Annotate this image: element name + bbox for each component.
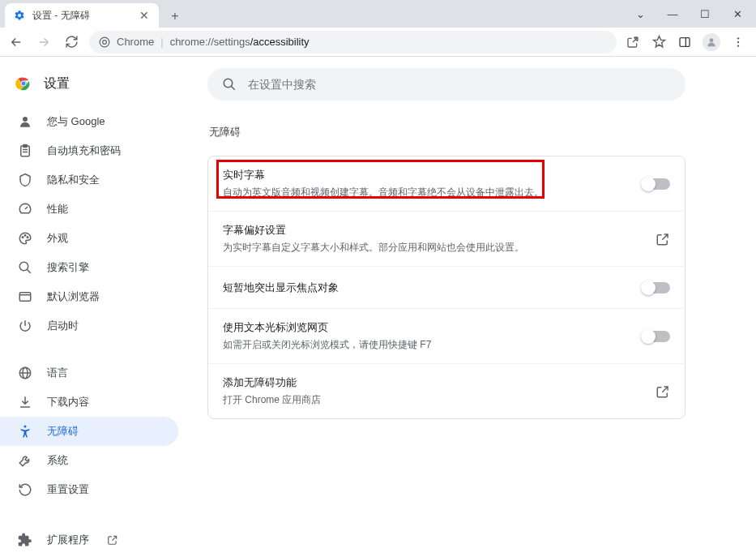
omnibox[interactable]: Chrome | chrome://settings/accessibility: [89, 31, 617, 54]
sidebar-item-privacy[interactable]: 隐私和安全: [0, 165, 178, 195]
sidebar-item-reset[interactable]: 重置设置: [0, 475, 178, 504]
browser-window-icon: [18, 289, 32, 304]
svg-line-34: [231, 86, 235, 90]
svg-point-1: [103, 40, 107, 44]
row-focus-highlight[interactable]: 短暂地突出显示焦点对象: [208, 267, 685, 309]
new-tab-button[interactable]: +: [164, 5, 186, 28]
external-link-icon: [107, 534, 118, 546]
forward-button[interactable]: [34, 32, 53, 52]
globe-icon: [18, 366, 32, 380]
sidebar-item-default-browser[interactable]: 默认浏览器: [0, 282, 178, 311]
sidebar-title: 设置: [44, 75, 70, 92]
svg-point-18: [24, 235, 26, 237]
wrench-icon: [18, 453, 32, 468]
sidebar-item-accessibility[interactable]: 无障碍: [0, 417, 178, 446]
close-window-icon[interactable]: ✕: [728, 8, 746, 20]
reload-button[interactable]: [62, 32, 81, 52]
share-icon[interactable]: [625, 34, 641, 50]
svg-point-27: [24, 426, 27, 428]
browser-tab[interactable]: 设置 - 无障碍 ✕: [5, 3, 159, 28]
profile-avatar-icon[interactable]: [703, 33, 720, 51]
sidebar-item-on-startup[interactable]: 启动时: [0, 311, 178, 341]
svg-point-20: [19, 262, 28, 271]
row-add-accessibility-features[interactable]: 添加无障碍功能 打开 Chrome 应用商店: [208, 364, 685, 418]
sidebar-item-you-and-google[interactable]: 您与 Google: [0, 107, 178, 136]
clipboard-icon: [18, 144, 32, 158]
accessibility-card: 实时字幕 自动为英文版音频和视频创建字幕。音频和字幕绝不会从设备中泄露出去。 字…: [207, 156, 686, 419]
row-subtitle: 自动为英文版音频和视频创建字幕。音频和字幕绝不会从设备中泄露出去。: [223, 186, 643, 199]
svg-point-4: [710, 38, 714, 42]
sidebar-item-label: 性能: [47, 202, 68, 216]
sidebar-item-label: 隐私和安全: [47, 173, 100, 187]
sidebar-item-label: 下载内容: [47, 395, 89, 409]
sidebar-item-label: 重置设置: [47, 482, 89, 497]
sidebar-item-label: 默认浏览器: [47, 289, 100, 304]
search-icon: [222, 77, 237, 92]
row-title: 实时字幕: [223, 168, 643, 182]
sidebar-item-search-engine[interactable]: 搜索引擎: [0, 253, 178, 282]
svg-point-7: [737, 45, 739, 46]
restore-icon: [18, 482, 32, 497]
sidebar-item-label: 搜索引擎: [47, 260, 89, 275]
section-title: 无障碍: [207, 125, 732, 139]
sidebar: 设置 您与 Google 自动填充和密码 隐私和安全 性能 外观: [0, 57, 193, 557]
sidebar-item-extensions[interactable]: 扩展程序: [0, 525, 178, 555]
back-button[interactable]: [6, 32, 26, 52]
window-controls: ⌄ — ☐ ✕: [631, 0, 756, 28]
chrome-site-icon: [99, 36, 110, 48]
download-icon: [18, 395, 32, 409]
sidebar-item-system[interactable]: 系统: [0, 446, 178, 475]
person-icon: [18, 114, 32, 129]
sidebar-item-label: 无障碍: [47, 424, 79, 439]
sidebar-item-languages[interactable]: 语言: [0, 358, 178, 388]
sidebar-item-label: 语言: [47, 366, 68, 380]
bookmark-star-icon[interactable]: [651, 34, 667, 50]
row-caption-preferences[interactable]: 字幕偏好设置 为实时字幕自定义字幕大小和样式。部分应用和网站也会使用此设置。: [208, 212, 685, 267]
row-title: 使用文本光标浏览网页: [223, 320, 643, 335]
minimize-icon[interactable]: —: [664, 8, 681, 20]
row-caret-browsing[interactable]: 使用文本光标浏览网页 如需开启或关闭光标浏览模式，请使用快捷键 F7: [208, 309, 685, 364]
sidebar-item-label: 启动时: [47, 319, 79, 333]
sidebar-item-label: 您与 Google: [47, 114, 105, 129]
settings-search[interactable]: [207, 68, 686, 101]
svg-point-19: [27, 237, 28, 238]
svg-point-33: [224, 79, 233, 88]
close-tab-icon[interactable]: ✕: [138, 9, 151, 22]
focus-highlight-toggle[interactable]: [643, 282, 670, 293]
browser-titlebar: 设置 - 无障碍 ✕ + ⌄ — ☐ ✕: [0, 0, 756, 28]
omnibox-path: /accessibility: [250, 36, 310, 48]
browser-toolbar: Chrome | chrome://settings/accessibility: [0, 28, 756, 57]
row-title: 添加无障碍功能: [223, 375, 656, 390]
sidebar-item-appearance[interactable]: 外观: [0, 224, 178, 253]
palette-icon: [18, 231, 32, 246]
svg-point-5: [737, 37, 739, 39]
settings-search-input[interactable]: [248, 78, 671, 91]
settings-page: 设置 您与 Google 自动填充和密码 隐私和安全 性能 外观: [0, 57, 756, 557]
side-panel-icon[interactable]: [677, 34, 693, 50]
row-subtitle: 为实时字幕自定义字幕大小和样式。部分应用和网站也会使用此设置。: [223, 241, 656, 255]
svg-line-16: [25, 207, 28, 209]
caret-browsing-toggle[interactable]: [643, 331, 670, 342]
omnibox-scheme: Chrome: [117, 36, 154, 48]
svg-rect-2: [680, 37, 690, 46]
sidebar-item-performance[interactable]: 性能: [0, 195, 178, 224]
accessibility-icon: [18, 424, 32, 439]
power-icon: [18, 319, 32, 333]
sidebar-item-label: 系统: [47, 453, 68, 468]
sidebar-header: 设置: [0, 68, 193, 107]
search-icon: [18, 260, 32, 275]
sidebar-item-autofill[interactable]: 自动填充和密码: [0, 136, 178, 165]
live-caption-toggle[interactable]: [643, 178, 670, 190]
sidebar-item-label: 外观: [47, 231, 68, 246]
chevron-down-icon[interactable]: ⌄: [631, 8, 649, 20]
svg-point-6: [737, 41, 739, 42]
sidebar-item-label: 扩展程序: [47, 533, 89, 547]
row-live-caption[interactable]: 实时字幕 自动为英文版音频和视频创建字幕。音频和字幕绝不会从设备中泄露出去。: [208, 156, 685, 212]
sidebar-item-downloads[interactable]: 下载内容: [0, 388, 178, 417]
omnibox-host: chrome://settings: [170, 36, 250, 48]
sidebar-item-label: 自动填充和密码: [47, 144, 121, 158]
svg-point-0: [100, 37, 109, 47]
kebab-menu-icon[interactable]: [730, 34, 746, 50]
svg-line-21: [27, 269, 31, 273]
maximize-icon[interactable]: ☐: [696, 8, 714, 20]
